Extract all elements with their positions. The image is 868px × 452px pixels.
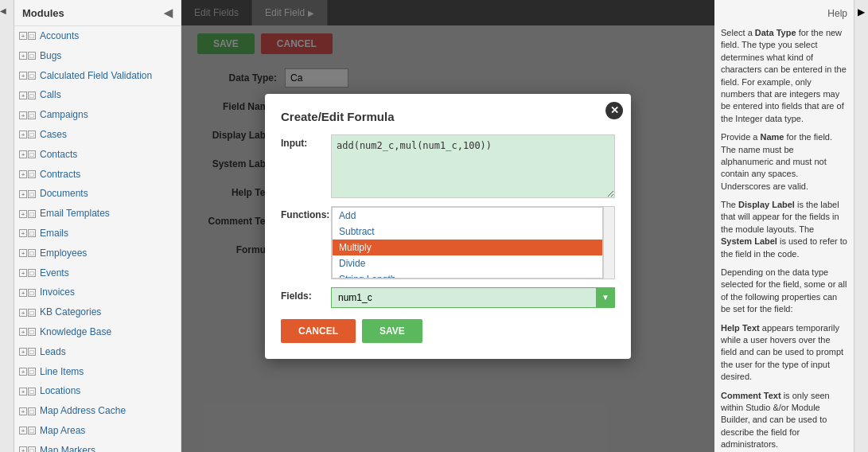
sidebar-item-cases[interactable]: + □ Cases bbox=[14, 125, 181, 145]
sidebar-item-bugs[interactable]: + □ Bugs bbox=[14, 46, 181, 66]
plus-icon: + bbox=[19, 328, 27, 336]
sidebar-item-label: Documents bbox=[40, 187, 88, 201]
sidebar-header: Modules ◀ bbox=[14, 0, 181, 26]
function-item-add[interactable]: Add bbox=[333, 208, 602, 224]
sidebar-item-label: Accounts bbox=[40, 29, 79, 43]
folder-icon: □ bbox=[28, 111, 36, 119]
sidebar-item-calls[interactable]: + □ Calls bbox=[14, 85, 181, 105]
function-item-multiply[interactable]: Multiply bbox=[333, 240, 602, 255]
help-paragraph: Provide a Name for the field. The name m… bbox=[721, 131, 847, 193]
function-item-string-length[interactable]: String Length bbox=[333, 271, 602, 279]
sidebar-item-label: Employees bbox=[40, 247, 87, 260]
close-icon: ✕ bbox=[610, 104, 619, 116]
sidebar-item-kb-categories[interactable]: + □ KB Categories bbox=[14, 302, 181, 322]
sidebar-item-label: Invoices bbox=[40, 286, 75, 299]
function-item-subtract[interactable]: Subtract bbox=[333, 224, 602, 240]
sidebar-item-locations[interactable]: + □ Locations bbox=[14, 381, 181, 401]
sidebar-item-label: Leads bbox=[40, 345, 66, 359]
help-paragraph: Depending on the data type selected for … bbox=[721, 267, 847, 316]
plus-icon: + bbox=[19, 388, 27, 396]
sidebar-item-label: Calls bbox=[40, 88, 61, 102]
sidebar-item-invoices[interactable]: + □ Invoices bbox=[14, 282, 181, 302]
sidebar-item-label: Emails bbox=[40, 227, 68, 240]
function-item-divide[interactable]: Divide bbox=[333, 255, 602, 271]
folder-icon: □ bbox=[28, 269, 36, 277]
plus-icon: + bbox=[19, 368, 27, 376]
help-paragraph: The Display Label is the label that will… bbox=[721, 199, 847, 260]
sidebar-item-accounts[interactable]: + □ Accounts bbox=[14, 26, 181, 46]
folder-icon: □ bbox=[28, 52, 36, 60]
plus-icon: + bbox=[19, 229, 27, 237]
sidebar-item-events[interactable]: + □ Events bbox=[14, 263, 181, 283]
left-collapse-panel[interactable]: ◀ bbox=[0, 0, 14, 452]
folder-icon: □ bbox=[28, 150, 36, 158]
modules-title: Modules bbox=[22, 7, 64, 19]
plus-icon: + bbox=[19, 72, 27, 80]
folder-icon: □ bbox=[28, 210, 36, 218]
formula-textarea[interactable]: add(num2_c,mul(num1_c,100)) bbox=[331, 134, 615, 198]
fields-select[interactable]: num1_c bbox=[331, 287, 615, 308]
folder-icon: □ bbox=[28, 309, 36, 317]
functions-list: AddSubtractMultiplyDivideString LengthCo… bbox=[332, 207, 603, 279]
sidebar-item-map-address-cache[interactable]: + □ Map Address Cache bbox=[14, 401, 181, 421]
modal-save-button[interactable]: SAVE bbox=[362, 319, 422, 343]
sidebar-item-label: Line Items bbox=[40, 365, 84, 379]
plus-icon: + bbox=[19, 309, 27, 317]
main-content: Edit Fields Edit Field ▶ SAVE CANCEL Dat… bbox=[181, 0, 714, 452]
functions-scrollbar[interactable] bbox=[603, 207, 614, 279]
sidebar-item-campaigns[interactable]: + □ Campaigns bbox=[14, 105, 181, 125]
sidebar-item-label: Contracts bbox=[40, 168, 80, 181]
folder-icon: □ bbox=[28, 72, 36, 80]
right-arrow-icon[interactable]: ▶ bbox=[858, 6, 865, 18]
sidebar-item-documents[interactable]: + □ Documents bbox=[14, 184, 181, 204]
sidebar-item-email-templates[interactable]: + □ Email Templates bbox=[14, 204, 181, 224]
plus-icon: + bbox=[19, 407, 27, 415]
sidebar-item-label: Locations bbox=[40, 384, 80, 398]
plus-icon: + bbox=[19, 249, 27, 257]
folder-icon: □ bbox=[28, 427, 36, 434]
left-arrow-icon[interactable]: ◀ bbox=[0, 6, 6, 15]
help-paragraph: Select a Data Type for the new field. Th… bbox=[721, 27, 847, 125]
plus-icon: + bbox=[19, 210, 27, 218]
sidebar-item-map-markers[interactable]: + □ Map Markers bbox=[14, 441, 181, 452]
modal-cancel-button[interactable]: CANCEL bbox=[281, 319, 356, 343]
sidebar-item-calculated-field-validation[interactable]: + □ Calculated Field Validation bbox=[14, 66, 181, 86]
folder-icon: □ bbox=[28, 407, 36, 415]
modal-footer: CANCEL SAVE bbox=[281, 319, 615, 343]
input-label: Input: bbox=[281, 134, 325, 198]
sidebar-item-contacts[interactable]: + □ Contacts bbox=[14, 145, 181, 165]
sidebar-collapse-icon[interactable]: ◀ bbox=[164, 6, 173, 19]
sidebar: Modules ◀ + □ Accounts + □ Bugs + □ Calc… bbox=[14, 0, 181, 452]
plus-icon: + bbox=[19, 348, 27, 356]
sidebar-item-label: Bugs bbox=[40, 49, 61, 63]
functions-list-wrap: AddSubtractMultiplyDivideString LengthCo… bbox=[331, 206, 615, 279]
sidebar-item-label: KB Categories bbox=[40, 306, 101, 319]
help-title: Help bbox=[721, 6, 847, 21]
sidebar-list: + □ Accounts + □ Bugs + □ Calculated Fie… bbox=[14, 26, 181, 452]
folder-icon: □ bbox=[28, 348, 36, 356]
plus-icon: + bbox=[19, 170, 27, 178]
sidebar-item-line-items[interactable]: + □ Line Items bbox=[14, 362, 181, 382]
sidebar-item-contracts[interactable]: + □ Contracts bbox=[14, 165, 181, 185]
sidebar-item-map-areas[interactable]: + □ Map Areas bbox=[14, 421, 181, 441]
folder-icon: □ bbox=[28, 289, 36, 297]
folder-icon: □ bbox=[28, 368, 36, 376]
right-expand-panel[interactable]: ▶ bbox=[854, 0, 868, 452]
sidebar-item-label: Campaigns bbox=[40, 108, 88, 122]
help-content: Select a Data Type for the new field. Th… bbox=[721, 27, 847, 452]
sidebar-item-label: Contacts bbox=[40, 148, 77, 162]
folder-icon: □ bbox=[28, 92, 36, 99]
modal-fields-section: Fields: num1_c ▼ bbox=[281, 287, 615, 308]
sidebar-item-emails[interactable]: + □ Emails bbox=[14, 224, 181, 244]
sidebar-item-knowledge-base[interactable]: + □ Knowledge Base bbox=[14, 322, 181, 342]
sidebar-item-employees[interactable]: + □ Employees bbox=[14, 244, 181, 263]
modal-input-section: Input: add(num2_c,mul(num1_c,100)) bbox=[281, 134, 615, 198]
folder-icon: □ bbox=[28, 446, 36, 452]
modal-close-button[interactable]: ✕ bbox=[605, 102, 623, 119]
folder-icon: □ bbox=[28, 170, 36, 178]
sidebar-item-label: Map Markers bbox=[40, 444, 95, 452]
sidebar-item-label: Events bbox=[40, 267, 69, 280]
modal-overlay: ✕ Create/Edit Formula Input: add(num2_c,… bbox=[181, 0, 714, 452]
sidebar-item-leads[interactable]: + □ Leads bbox=[14, 342, 181, 362]
modal-create-edit-formula: ✕ Create/Edit Formula Input: add(num2_c,… bbox=[265, 94, 631, 359]
